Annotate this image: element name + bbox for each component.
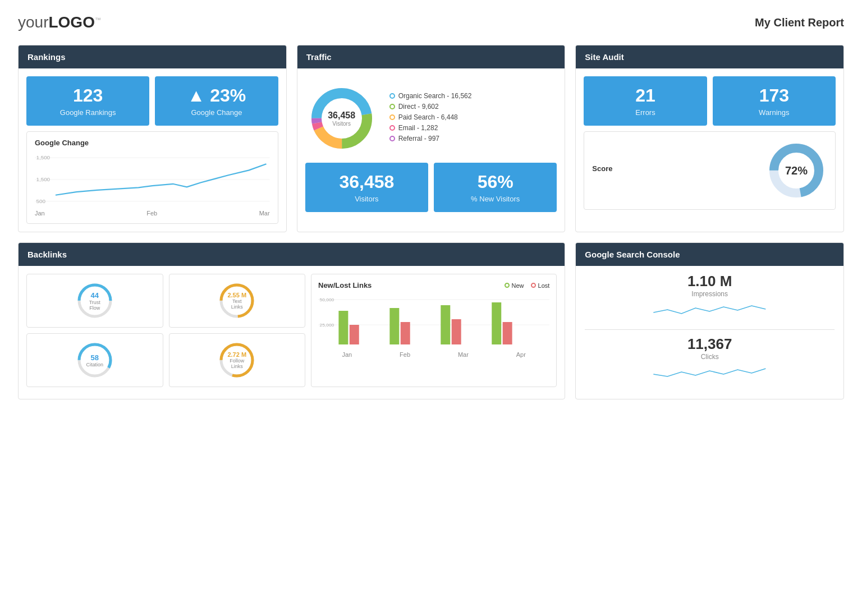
google-rankings-tile: 123 Google Rankings <box>26 76 149 126</box>
legend-paid-label: Paid Search - 6,448 <box>398 113 458 121</box>
impressions-value: 1.10 M <box>585 273 835 290</box>
legend-dot-paid <box>389 114 395 120</box>
traffic-legend: Organic Search - 16,562 Direct - 9,602 P… <box>389 92 472 145</box>
bar-x-jan: Jan <box>342 351 352 358</box>
follow-links-donut: 2.72 M Follow Links <box>217 341 256 380</box>
legend-referral-label: Referral - 997 <box>398 135 439 142</box>
score-label: Score <box>592 164 754 173</box>
visitors-value: 36,458 <box>312 172 421 192</box>
follow-links-sublabel: Follow Links <box>227 358 247 369</box>
new-visitors-tile: 56% % New Visitors <box>434 163 557 212</box>
traffic-stat-tiles: 36,458 Visitors 56% % New Visitors <box>305 163 557 212</box>
trust-flow-donut: 44 Trust Flow <box>75 281 114 320</box>
legend-email: Email - 1,282 <box>389 124 472 132</box>
x-label-jan: Jan <box>35 210 45 217</box>
legend-organic: Organic Search - 16,562 <box>389 92 472 100</box>
text-links-label: 2.55 M Text Links <box>227 292 247 310</box>
svg-rect-31 <box>452 319 461 344</box>
rankings-header: Rankings <box>19 45 286 68</box>
google-change-chart: Google Change .grid-line { stroke: #e8e8… <box>26 131 278 224</box>
legend-lost-label: Lost <box>538 282 550 289</box>
rankings-section: Rankings 123 Google Rankings ▲ 23% Googl… <box>18 45 287 232</box>
rankings-tiles: 123 Google Rankings ▲ 23% Google Change <box>26 76 278 126</box>
line-chart-area: .grid-line { stroke: #e8e8e8; stroke-wid… <box>35 151 270 208</box>
bar-chart-area: 50,000 25,000 <box>318 294 549 350</box>
site-audit-header: Site Audit <box>576 45 843 68</box>
score-donut: 72% <box>765 140 827 201</box>
bar-x-labels: Jan Feb Mar Apr <box>318 351 549 358</box>
traffic-donut-row: 36,458 Visitors Organic Search - 16,562 … <box>305 76 557 163</box>
errors-label: Errors <box>590 108 700 117</box>
citation-value: 58 <box>86 353 103 362</box>
legend-dot-direct <box>389 104 395 109</box>
citation-label: 58 Citation <box>86 353 103 367</box>
logo-your: your <box>18 13 48 31</box>
backlinks-body: 44 Trust Flow 58 <box>19 266 565 395</box>
clicks-value: 11,367 <box>585 335 835 353</box>
backlinks-section: Backlinks 44 Trust Flow <box>18 242 565 399</box>
follow-links-value: 2.72 M <box>227 351 247 358</box>
bar-chart-title: New/Lost Links <box>318 281 372 289</box>
svg-text:1,500: 1,500 <box>36 155 50 160</box>
audit-tiles: 21 Errors 173 Warnings <box>584 76 836 126</box>
svg-text:1,500: 1,500 <box>36 177 50 182</box>
legend-dot-organic <box>389 93 395 99</box>
impressions-label: Impressions <box>585 290 835 298</box>
gsc-section: Google Search Console 1.10 M Impressions… <box>575 242 844 399</box>
chart-title: Google Change <box>35 139 270 147</box>
svg-rect-32 <box>492 302 501 344</box>
bar-x-mar: Mar <box>458 351 469 358</box>
x-label-mar: Mar <box>259 210 270 217</box>
text-links-donut: 2.55 M Text Links <box>217 281 256 320</box>
visitors-label: Visitors <box>312 195 421 203</box>
gsc-body: 1.10 M Impressions 11,367 Clicks <box>576 266 843 399</box>
clicks-label: Clicks <box>585 353 835 361</box>
citation-sublabel: Citation <box>86 362 103 367</box>
svg-text:500: 500 <box>36 199 45 204</box>
legend-direct: Direct - 9,602 <box>389 103 472 111</box>
bar-x-apr: Apr <box>516 351 526 358</box>
warnings-tile: 173 Warnings <box>713 76 836 126</box>
donut-label: 36,458 Visitors <box>328 111 355 127</box>
legend-dot-lost <box>531 283 536 288</box>
traffic-section: Traffic <box>297 45 566 232</box>
svg-text:50,000: 50,000 <box>319 298 334 302</box>
text-links-sublabel: Text Links <box>227 298 247 310</box>
visitors-tile: 36,458 Visitors <box>305 163 428 212</box>
svg-rect-33 <box>503 322 512 344</box>
chart-x-labels: Jan Feb Mar <box>35 210 270 217</box>
bar-chart-svg: 50,000 25,000 <box>318 294 549 350</box>
legend-organic-label: Organic Search - 16,562 <box>398 92 472 100</box>
score-value: 72% <box>785 164 808 177</box>
text-links-card: 2.55 M Text Links <box>169 274 306 328</box>
clicks-sparkline <box>585 364 835 381</box>
traffic-header: Traffic <box>297 45 565 68</box>
gsc-divider <box>585 329 835 330</box>
line-chart-svg: .grid-line { stroke: #e8e8e8; stroke-wid… <box>35 151 270 208</box>
rankings-body: 123 Google Rankings ▲ 23% Google Change … <box>19 68 286 232</box>
backlinks-left: 44 Trust Flow 58 <box>26 274 163 387</box>
new-lost-links-chart: New/Lost Links New Lost <box>311 274 557 387</box>
svg-rect-28 <box>389 308 399 344</box>
google-change-label: Google Change <box>162 108 271 117</box>
trust-flow-label: 44 Trust Flow <box>85 291 104 311</box>
impressions-sparkline <box>585 301 835 318</box>
bar-x-feb: Feb <box>400 351 410 358</box>
legend-direct-label: Direct - 9,602 <box>398 103 439 111</box>
svg-rect-29 <box>401 322 410 344</box>
main-grid: Rankings 123 Google Rankings ▲ 23% Googl… <box>18 45 844 399</box>
gsc-header: Google Search Console <box>576 243 843 266</box>
google-rankings-value: 123 <box>33 85 143 106</box>
svg-rect-30 <box>441 305 450 344</box>
clicks-stat: 11,367 Clicks <box>585 335 835 383</box>
legend-referral: Referral - 997 <box>389 135 472 142</box>
warnings-label: Warnings <box>719 108 829 117</box>
donut-value: 36,458 <box>328 111 355 121</box>
legend-dot-new <box>505 283 510 288</box>
report-title: My Client Report <box>755 16 844 29</box>
logo-bold: LOGO <box>48 13 94 31</box>
site-audit-section: Site Audit 21 Errors 173 Warnings Score <box>575 45 844 232</box>
page-header: yourLOGO™ My Client Report <box>18 13 844 31</box>
svg-text:25,000: 25,000 <box>319 323 334 328</box>
errors-value: 21 <box>590 85 700 106</box>
